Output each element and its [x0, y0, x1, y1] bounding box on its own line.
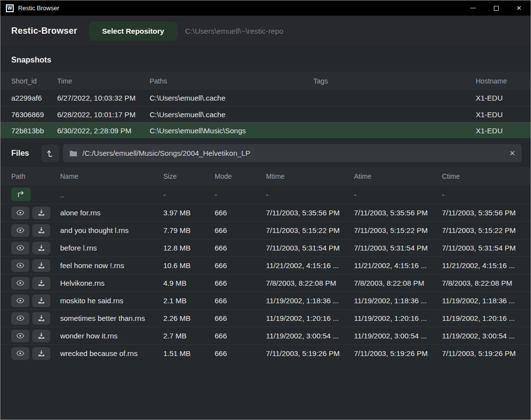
files-toolbar: Files ✕ [0, 138, 531, 167]
file-size: 1.51 MB [163, 349, 215, 357]
file-atime: 11/19/2002, 3:00:54 ... [354, 332, 442, 340]
file-mtime: 7/11/2003, 5:19:26 PM [266, 349, 354, 357]
snapshot-paths: C:\Users\emuell\.cache [150, 110, 313, 119]
window-title: Restic Browser [18, 5, 59, 12]
snapshot-row[interactable]: 76306869 6/28/2022, 10:01:17 PM C:\Users… [0, 106, 531, 122]
file-atime: 11/21/2002, 4:15:16 ... [354, 261, 442, 270]
file-name: wonder how it.rns [60, 332, 163, 340]
repository-path: C:\Users\emuell\~\restic-repo [185, 27, 284, 36]
file-size: 12.8 MB [163, 244, 215, 252]
preview-button[interactable] [11, 259, 29, 272]
select-repository-button[interactable]: Select Repository [89, 21, 177, 41]
download-button[interactable] [32, 347, 50, 360]
parent-dir-row: .. - - - - - [0, 185, 531, 204]
maximize-button[interactable] [485, 0, 508, 16]
file-name: moskito he said.rns [60, 296, 163, 305]
file-row: feel home now !.rns 10.6 MB 666 11/21/20… [0, 256, 531, 274]
close-button[interactable]: ✕ [508, 0, 531, 16]
file-ctime: 7/11/2003, 5:15:22 PM [442, 226, 524, 234]
app-window: W Restic Browser ✕ Restic-Browser Select… [0, 0, 531, 420]
minimize-button[interactable] [462, 0, 485, 16]
file-atime: 7/11/2003, 5:15:22 PM [354, 226, 442, 234]
download-icon [38, 227, 45, 234]
eye-icon [16, 315, 24, 321]
file-size: 10.6 MB [163, 261, 215, 270]
file-mtime: 7/11/2003, 5:35:56 PM [266, 209, 354, 217]
download-icon [38, 209, 45, 216]
file-mode: 666 [215, 226, 266, 234]
snapshot-time: 6/30/2022, 2:28:09 PM [57, 126, 150, 135]
file-name: Helvikone.rns [60, 279, 163, 287]
file-row: Helvikone.rns 4.9 MB 666 7/8/2003, 8:22:… [0, 274, 531, 292]
download-button[interactable] [32, 294, 50, 307]
file-ctime: 11/19/2002, 1:18:36 ... [442, 296, 524, 305]
download-icon [38, 332, 45, 339]
file-mtime: 11/19/2002, 1:20:16 ... [266, 314, 354, 322]
clear-path-button[interactable]: ✕ [505, 149, 515, 158]
file-mode: 666 [215, 209, 266, 217]
file-ctime: 11/19/2002, 1:20:16 ... [442, 314, 524, 322]
download-icon [38, 279, 45, 287]
preview-button[interactable] [11, 224, 29, 237]
go-up-button[interactable] [11, 188, 31, 201]
snapshot-row[interactable]: 72b813bb 6/30/2022, 2:28:09 PM C:\Users\… [0, 122, 531, 138]
snapshots-table-header: Short_id Time Paths Tags Hostname [0, 72, 531, 90]
wails-logo-icon: W [6, 4, 14, 12]
preview-button[interactable] [11, 294, 29, 307]
snapshot-short-id: 72b813bb [11, 126, 57, 135]
file-row: wrecked because of.rns 1.51 MB 666 7/11/… [0, 344, 531, 362]
file-ctime: 7/8/2003, 8:22:08 PM [442, 279, 524, 287]
parent-dir-size: - [163, 190, 215, 199]
preview-button[interactable] [11, 242, 29, 254]
download-button[interactable] [32, 207, 50, 219]
file-mode: 666 [215, 296, 266, 305]
file-row: alone for.rns 3.97 MB 666 7/11/2003, 5:3… [0, 204, 531, 221]
file-mtime: 7/11/2003, 5:15:22 PM [266, 226, 354, 234]
preview-button[interactable] [11, 207, 29, 219]
preview-button[interactable] [11, 312, 29, 325]
snapshot-short-id: 76306869 [11, 110, 57, 119]
file-row: before l.rns 12.8 MB 666 7/11/2003, 5:31… [0, 239, 531, 256]
file-atime: 7/8/2003, 8:22:08 PM [354, 279, 442, 287]
path-input[interactable] [82, 149, 505, 157]
download-button[interactable] [32, 224, 50, 237]
file-name: wrecked because of.rns [60, 349, 163, 357]
eye-icon [16, 245, 24, 251]
download-icon [38, 315, 45, 322]
download-button[interactable] [32, 277, 50, 290]
file-row: and you thought l.rns 7.79 MB 666 7/11/2… [0, 221, 531, 239]
download-button[interactable] [32, 330, 50, 342]
preview-button[interactable] [11, 277, 29, 290]
col-atime: Atime [354, 172, 442, 180]
download-button[interactable] [32, 242, 50, 254]
parent-dir-mode: - [215, 190, 266, 199]
eye-icon [16, 210, 24, 216]
download-button[interactable] [32, 259, 50, 272]
snapshots-section-title: Snapshots [0, 47, 531, 72]
eye-icon [16, 227, 24, 233]
col-tags: Tags [313, 77, 476, 85]
current-path-bar: ✕ [63, 144, 522, 162]
go-to-root-button[interactable] [42, 145, 59, 162]
col-mode: Mode [215, 172, 266, 180]
snapshot-row[interactable]: a2299af6 6/27/2022, 10:03:32 PM C:\Users… [0, 90, 531, 106]
file-row: moskito he said.rns 2.1 MB 666 11/19/200… [0, 292, 531, 309]
up-then-right-arrow-icon [17, 191, 25, 198]
col-short-id: Short_id [11, 77, 57, 85]
col-mtime: Mtime [266, 172, 354, 180]
parent-dir-mtime: - [266, 190, 354, 199]
download-button[interactable] [32, 312, 50, 325]
col-hostname: Hostname [476, 77, 524, 85]
maximize-icon [494, 6, 499, 11]
snapshots-table-body: a2299af6 6/27/2022, 10:03:32 PM C:\Users… [0, 90, 531, 138]
file-size: 2.26 MB [163, 314, 215, 322]
snapshot-short-id: a2299af6 [11, 94, 57, 102]
file-mtime: 11/21/2002, 4:15:16 ... [266, 261, 354, 270]
preview-button[interactable] [11, 347, 29, 360]
titlebar: W Restic Browser ✕ [0, 0, 531, 16]
empty-area [0, 362, 531, 420]
preview-button[interactable] [11, 330, 29, 342]
eye-icon [16, 280, 24, 286]
file-name: before l.rns [60, 244, 163, 252]
file-mode: 666 [215, 244, 266, 252]
